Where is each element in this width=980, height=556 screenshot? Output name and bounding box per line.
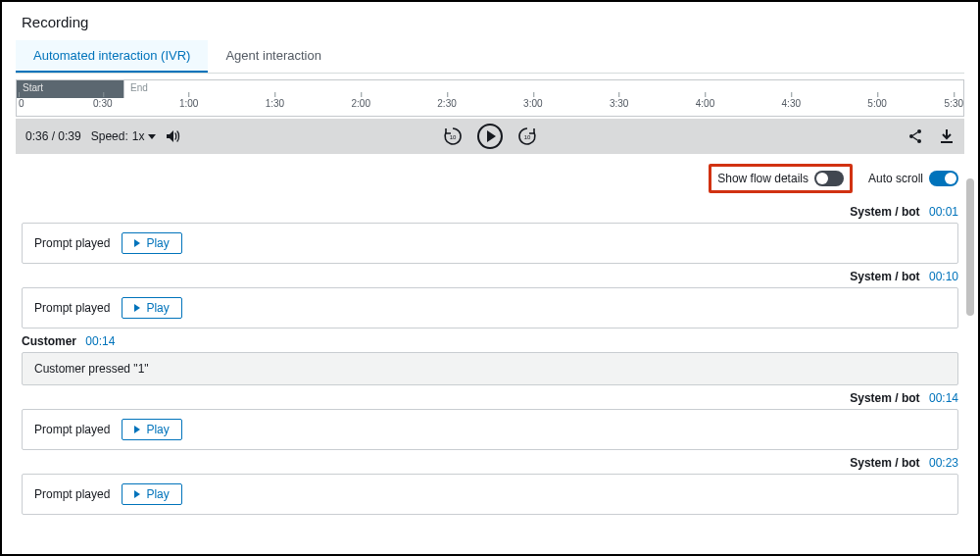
skip-back-button[interactable]: 10 — [442, 126, 464, 147]
timeline-ruler[interactable]: 0 0:30 1:00 1:30 2:00 2:30 3:00 3:30 4:0… — [17, 98, 963, 116]
event-label: Customer pressed "1" — [34, 362, 149, 376]
transcript-row: Prompt played Play — [22, 409, 958, 450]
timeline-start-segment[interactable]: Start — [17, 80, 124, 98]
tick: 1:00 — [179, 98, 198, 109]
event-label: Prompt played — [34, 423, 110, 436]
tick: 4:30 — [782, 98, 801, 109]
share-icon[interactable] — [907, 128, 923, 144]
tick: 1:30 — [266, 98, 284, 109]
play-button[interactable] — [477, 124, 503, 149]
play-prompt-button[interactable]: Play — [122, 232, 181, 254]
tick: 2:00 — [352, 98, 370, 109]
auto-scroll-label: Auto scroll — [868, 172, 923, 185]
svg-point-4 — [917, 139, 921, 143]
event-label: Prompt played — [34, 301, 110, 315]
event-label: Prompt played — [34, 236, 110, 250]
tick: 0:30 — [93, 98, 112, 109]
event-label: Prompt played — [34, 487, 110, 501]
timestamp: 00:10 — [929, 270, 958, 283]
page-title: Recording — [22, 14, 964, 30]
scrollbar-thumb[interactable] — [966, 178, 974, 316]
player-bar: 0:36 / 0:39 Speed: 1x 10 10 — [16, 119, 964, 154]
event-meta: System / bot 00:23 — [22, 456, 958, 470]
event-meta: Customer 00:14 — [22, 334, 958, 348]
transcript-row: Prompt played Play — [22, 474, 958, 515]
speaker-label: System / bot — [850, 270, 919, 283]
play-icon — [134, 426, 140, 433]
transcript: System / bot 00:01 Prompt played Play Sy… — [16, 205, 964, 515]
play-icon — [134, 490, 140, 498]
timeline-end-segment[interactable]: End — [124, 80, 963, 98]
play-prompt-button[interactable]: Play — [122, 419, 181, 440]
event-meta: System / bot 00:14 — [22, 391, 958, 405]
tick: 4:00 — [696, 98, 714, 109]
timestamp: 00:14 — [929, 391, 958, 405]
transcript-row: Prompt played Play — [22, 223, 958, 264]
transcript-row: Customer pressed "1" — [22, 352, 958, 385]
tick: 5:30 — [945, 98, 963, 109]
chevron-down-icon — [148, 134, 156, 139]
timestamp: 00:14 — [85, 334, 115, 348]
speaker-label: System / bot — [850, 456, 919, 470]
speaker-label: System / bot — [850, 205, 919, 219]
play-button-label: Play — [146, 423, 169, 436]
event-meta: System / bot 00:01 — [22, 205, 958, 219]
tick: 3:00 — [523, 98, 542, 109]
show-flow-details-label: Show flow details — [717, 172, 808, 185]
tick: 2:30 — [437, 98, 456, 109]
timestamp: 00:23 — [929, 456, 958, 470]
svg-text:10: 10 — [524, 134, 531, 140]
play-icon — [134, 239, 140, 247]
timeline: Start End 0 0:30 1:00 1:30 2:00 2:30 3:0… — [16, 79, 964, 117]
svg-point-2 — [917, 129, 921, 133]
show-flow-details-toggle[interactable] — [814, 171, 844, 186]
tab-ivr[interactable]: Automated interaction (IVR) — [16, 40, 208, 73]
tab-agent[interactable]: Agent interaction — [208, 40, 339, 73]
tick: 5:00 — [867, 98, 886, 109]
tick: 0 — [19, 98, 24, 109]
scrollbar[interactable] — [966, 178, 974, 541]
speed-value: 1x — [132, 129, 145, 143]
show-flow-details-highlight: Show flow details — [709, 164, 853, 193]
volume-icon[interactable] — [166, 129, 181, 143]
play-button-label: Play — [146, 236, 169, 250]
transcript-row: Prompt played Play — [22, 287, 958, 329]
speaker-label: System / bot — [850, 391, 919, 405]
download-icon[interactable] — [939, 128, 955, 144]
speed-label: Speed: — [91, 129, 128, 143]
svg-rect-5 — [941, 141, 953, 143]
auto-scroll-toggle[interactable] — [929, 171, 958, 186]
play-icon — [487, 130, 496, 142]
play-prompt-button[interactable]: Play — [122, 297, 181, 319]
toggles-row: Show flow details Auto scroll — [16, 154, 964, 199]
speed-select[interactable]: Speed: 1x — [91, 129, 157, 143]
play-prompt-button[interactable]: Play — [122, 483, 181, 505]
svg-text:10: 10 — [450, 134, 457, 140]
event-meta: System / bot 00:10 — [22, 270, 958, 283]
play-button-label: Play — [146, 487, 169, 501]
time-display: 0:36 / 0:39 — [25, 129, 81, 143]
timestamp: 00:01 — [929, 205, 958, 219]
play-icon — [134, 304, 140, 312]
tick: 3:30 — [610, 98, 628, 109]
speaker-label: Customer — [22, 334, 76, 348]
tabs: Automated interaction (IVR) Agent intera… — [16, 40, 964, 74]
play-button-label: Play — [146, 301, 169, 315]
svg-point-3 — [909, 134, 913, 138]
skip-forward-button[interactable]: 10 — [516, 126, 538, 147]
